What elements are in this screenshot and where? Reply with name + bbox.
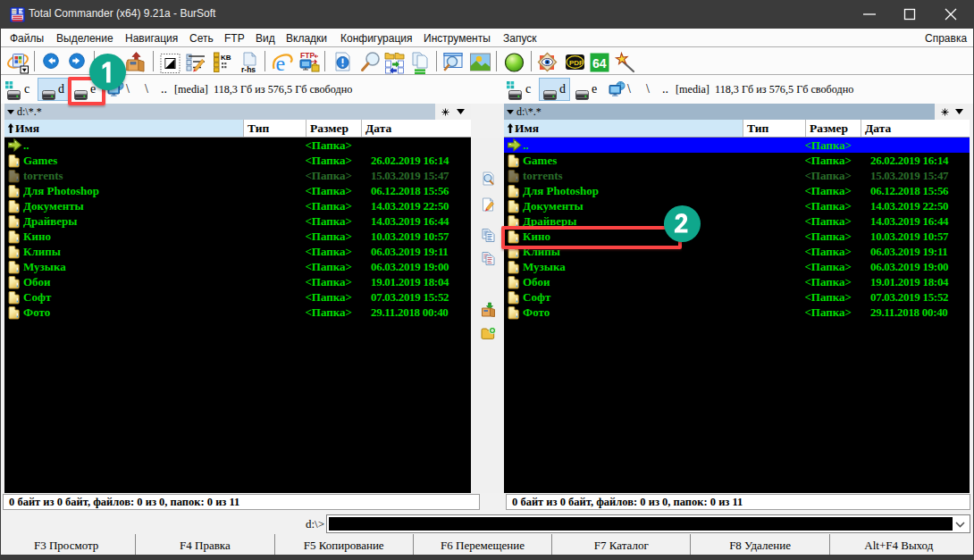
svg-text:64: 64 <box>592 56 607 71</box>
svg-text:r-hs: r-hs <box>241 65 256 74</box>
svg-text:KB: KB <box>221 54 231 62</box>
svg-text:PDF: PDF <box>569 59 584 67</box>
svg-text:FTP: FTP <box>300 51 315 60</box>
